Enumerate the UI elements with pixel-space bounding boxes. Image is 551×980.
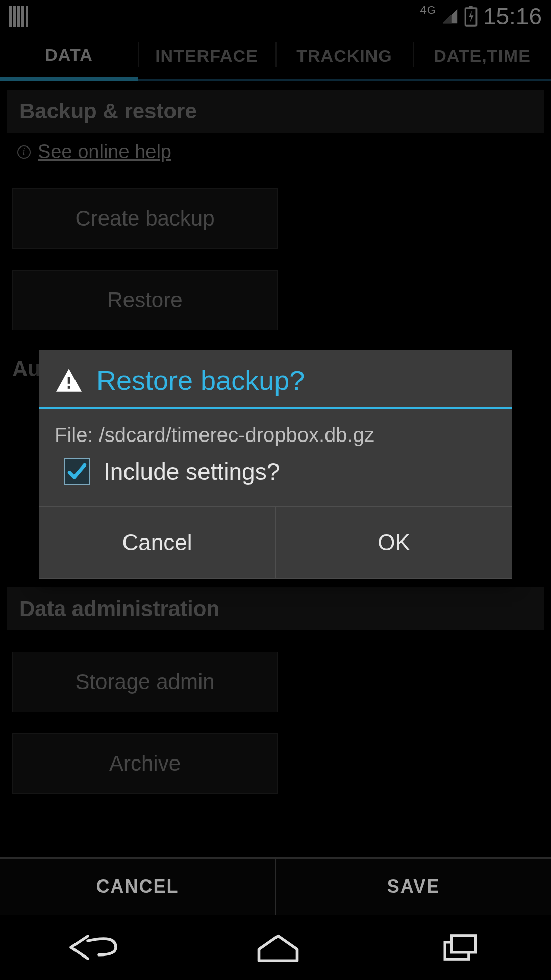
include-settings-checkbox[interactable]	[64, 458, 90, 485]
footer-bar: CANCEL SAVE	[0, 857, 551, 915]
dialog-button-row: Cancel OK	[39, 506, 512, 578]
button-label: Cancel	[122, 530, 192, 555]
footer-cancel-button[interactable]: CANCEL	[0, 859, 275, 915]
include-settings-row[interactable]: Include settings?	[55, 458, 496, 485]
dialog-title-row: Restore backup?	[39, 350, 512, 407]
dialog-cancel-button[interactable]: Cancel	[39, 507, 275, 578]
include-settings-label: Include settings?	[104, 458, 280, 485]
dialog-title: Restore backup?	[96, 364, 305, 396]
button-label: CANCEL	[96, 876, 179, 897]
recent-apps-icon[interactable]	[435, 932, 486, 963]
button-label: SAVE	[387, 876, 440, 897]
svg-rect-3	[68, 386, 70, 388]
svg-rect-5	[452, 936, 475, 952]
system-nav-bar	[0, 915, 551, 980]
phone-frame: 4G 15:16 DATA INTERFACE TRACKING DATE,TI…	[0, 0, 551, 980]
svg-rect-2	[68, 377, 70, 384]
dialog-file-label: File: /sdcard/timerec-dropbox.db.gz	[55, 424, 496, 447]
dialog-ok-button[interactable]: OK	[275, 507, 512, 578]
footer-save-button[interactable]: SAVE	[275, 859, 551, 915]
restore-backup-dialog: Restore backup? File: /sdcard/timerec-dr…	[39, 350, 512, 579]
dialog-body: File: /sdcard/timerec-dropbox.db.gz Incl…	[39, 409, 512, 506]
warning-icon	[55, 368, 83, 393]
button-label: OK	[378, 530, 410, 555]
back-icon[interactable]	[65, 932, 121, 963]
home-icon[interactable]	[253, 932, 304, 963]
